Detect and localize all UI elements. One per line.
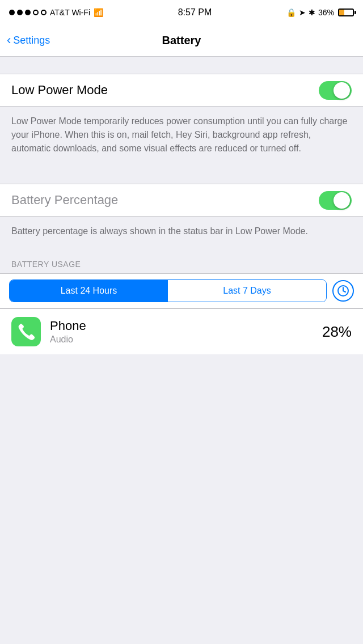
back-button[interactable]: ‹ Settings xyxy=(7,35,50,46)
spacer-mid xyxy=(0,167,363,184)
app-sub-phone: Audio xyxy=(50,334,313,345)
battery-percentage-toggle-knob xyxy=(334,192,350,209)
app-info-phone: Phone Audio xyxy=(50,319,313,345)
toggle-knob xyxy=(334,82,350,99)
status-left: AT&T Wi-Fi 📶 xyxy=(9,8,103,17)
dot1 xyxy=(9,10,15,15)
lock-icon: 🔒 xyxy=(286,8,296,17)
location-icon: ➤ xyxy=(299,8,306,17)
bluetooth-icon: ✱ xyxy=(309,8,315,17)
segment-last-7-label: Last 7 Days xyxy=(223,286,271,295)
segment-last-24[interactable]: Last 24 Hours xyxy=(10,280,168,302)
clock-button[interactable] xyxy=(332,280,354,302)
segmented-container: Last 24 Hours Last 7 Days xyxy=(0,273,363,308)
segment-last-24-label: Last 24 Hours xyxy=(61,286,117,295)
dot2 xyxy=(17,10,23,15)
battery-percentage-section: Battery Percentage Battery percentage is… xyxy=(0,167,363,249)
battery-usage-header: BATTERY USAGE xyxy=(0,249,363,273)
app-percent-phone: 28% xyxy=(322,323,352,341)
battery-percentage-row: Battery Percentage xyxy=(0,184,363,217)
battery-percentage-label: Battery Percentage xyxy=(11,193,118,207)
battery-icon xyxy=(338,9,354,16)
segmented-control: Last 24 Hours Last 7 Days xyxy=(9,279,327,302)
svg-line-2 xyxy=(343,291,345,292)
app-icon-phone xyxy=(11,317,41,346)
dot4 xyxy=(33,10,39,15)
segment-last-7[interactable]: Last 7 Days xyxy=(168,280,326,302)
battery-percentage-toggle[interactable] xyxy=(319,191,352,210)
dot3 xyxy=(25,10,31,15)
low-power-mode-toggle[interactable] xyxy=(319,81,352,100)
low-power-mode-section: Low Power Mode Low Power Mode temporaril… xyxy=(0,57,363,167)
battery-fill xyxy=(339,10,344,15)
status-right: 🔒 ➤ ✱ 36% xyxy=(286,8,354,17)
back-label: Settings xyxy=(13,35,50,46)
status-time: 8:57 PM xyxy=(178,7,212,18)
battery-percentage-description: Battery percentage is always shown in th… xyxy=(0,217,363,249)
low-power-mode-label: Low Power Mode xyxy=(11,83,108,98)
status-bar: AT&T Wi-Fi 📶 8:57 PM 🔒 ➤ ✱ 36% xyxy=(0,0,363,25)
dot5 xyxy=(41,10,47,15)
battery-percent-label: 36% xyxy=(318,8,334,17)
phone-svg-icon xyxy=(17,323,35,341)
signal-dots xyxy=(9,10,47,15)
spacer-top xyxy=(0,57,363,74)
carrier-label: AT&T Wi-Fi xyxy=(50,8,90,17)
low-power-mode-row: Low Power Mode xyxy=(0,74,363,107)
wifi-icon: 📶 xyxy=(94,8,103,17)
back-chevron-icon: ‹ xyxy=(7,34,11,46)
app-name-phone: Phone xyxy=(50,319,313,333)
page-title: Battery xyxy=(162,34,201,47)
clock-icon xyxy=(337,285,349,297)
nav-bar: ‹ Settings Battery xyxy=(0,25,363,57)
app-row-phone: Phone Audio 28% xyxy=(0,308,363,354)
low-power-mode-description: Low Power Mode temporarily reduces power… xyxy=(0,107,363,167)
